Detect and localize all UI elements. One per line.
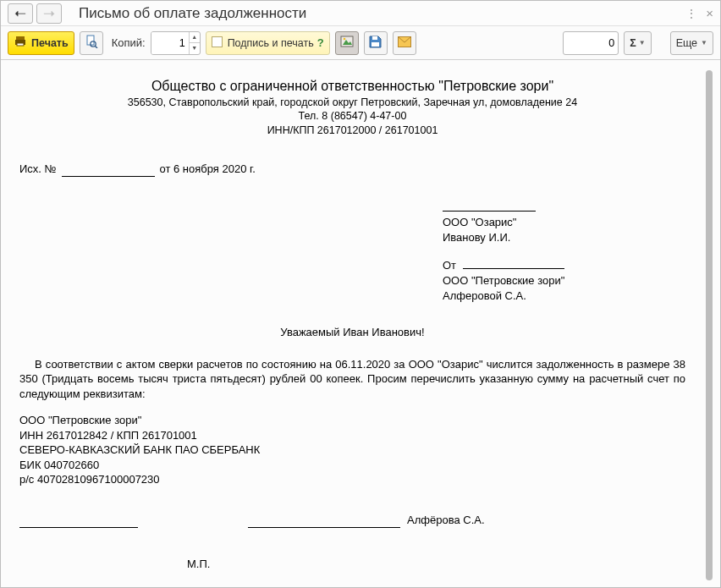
window-actions: ⋮ × — [685, 6, 713, 20]
from-person: Алферовой С.А. — [443, 289, 685, 304]
print-button-label: Печать — [31, 37, 69, 49]
to-org: ООО "Озарис" — [443, 215, 685, 230]
preview-button[interactable] — [80, 31, 103, 55]
recipient-block: ООО "Озарис" Иванову И.И. От ООО "Петров… — [443, 199, 685, 303]
outgoing-date: от 6 ноября 2020 г. — [160, 162, 256, 177]
greeting: Уважаемый Иван Иванович! — [19, 325, 685, 340]
copies-spinbox[interactable]: ▲ ▼ — [151, 31, 201, 55]
spin-up-icon[interactable]: ▲ — [190, 32, 200, 44]
more-button[interactable]: Еще ▼ — [670, 31, 713, 55]
sigma-icon: Σ — [630, 37, 636, 49]
spacer — [443, 245, 685, 256]
sign-and-print-button[interactable]: Подпись и печать ? — [206, 31, 330, 55]
outgoing-line: Исх. № от 6 ноября 2020 г. — [19, 162, 685, 177]
magnifier-page-icon — [85, 35, 98, 51]
org-address: 356530, Ставропольский край, городской о… — [19, 96, 685, 110]
options-icon[interactable]: ⋮ — [685, 7, 697, 20]
more-button-label: Еще — [676, 37, 697, 49]
arrow-left-icon: 🠐 — [14, 7, 26, 20]
nav-forward-button[interactable]: 🠒 — [36, 3, 62, 24]
sign-and-print-label: Подпись и печать — [228, 37, 314, 49]
org-phone: Тел. 8 (86547) 4-47-00 — [19, 109, 685, 124]
app-window: 🠐 🠒 Письмо об оплате задолженности ⋮ × П… — [0, 0, 721, 588]
spin-down-icon[interactable]: ▼ — [190, 43, 200, 54]
help-icon: ? — [317, 36, 324, 49]
close-icon[interactable]: × — [706, 6, 713, 20]
signature-row: Алфёрова С.А. — [19, 513, 685, 528]
req-bik: БИК 040702660 — [19, 458, 685, 473]
copies-input[interactable] — [151, 32, 189, 54]
printer-icon — [14, 35, 27, 51]
signature-line-1 — [19, 515, 138, 528]
from-label: От — [443, 259, 456, 272]
window-title: Письмо об оплате задолженности — [79, 5, 685, 22]
seal-mark: М.П. — [187, 557, 685, 572]
chevron-down-icon: ▼ — [639, 39, 646, 47]
document-area: Общество с ограниченной ответственностью… — [1, 60, 720, 587]
svg-point-9 — [343, 38, 345, 41]
to-person: Иванову И.И. — [443, 230, 685, 245]
org-title: Общество с ограниченной ответственностью… — [19, 77, 685, 96]
from-line: От — [443, 256, 685, 273]
signature-line-2 — [248, 515, 400, 528]
toolbar: Печать Копий: ▲ ▼ Подпись и печать ? — [1, 26, 720, 60]
svg-line-5 — [95, 46, 97, 48]
envelope-icon — [398, 36, 411, 50]
from-org: ООО "Петровские зори" — [443, 273, 685, 289]
req-acc: р/с 40702810967100007230 — [19, 472, 685, 487]
picture-icon — [340, 35, 354, 51]
send-email-button[interactable] — [393, 31, 416, 55]
outgoing-prefix: Исх. № — [19, 162, 57, 177]
to-underline — [443, 199, 536, 212]
copies-label: Копий: — [112, 36, 146, 49]
svg-rect-0 — [16, 36, 25, 40]
svg-rect-11 — [372, 42, 379, 47]
save-button[interactable] — [364, 31, 388, 55]
outgoing-number-line — [62, 164, 155, 177]
arrow-right-icon: 🠒 — [43, 7, 55, 20]
title-bar: 🠐 🠒 Письмо об оплате задолженности ⋮ × — [1, 1, 720, 26]
checkbox-icon — [212, 36, 223, 50]
req-org: ООО "Петровские зори" — [19, 413, 685, 428]
svg-rect-2 — [17, 43, 24, 46]
svg-rect-6 — [212, 36, 222, 47]
nav-buttons: 🠐 🠒 — [8, 3, 62, 24]
print-button[interactable]: Печать — [8, 31, 74, 55]
org-innkpp: ИНН/КПП 2617012000 / 261701001 — [19, 124, 685, 138]
floppy-disk-icon — [369, 36, 382, 51]
body-text: В соответствии с актом сверки расчетов п… — [19, 357, 685, 402]
nav-back-button[interactable]: 🠐 — [8, 3, 33, 24]
vertical-scrollbar[interactable] — [704, 69, 713, 582]
sum-button[interactable]: Σ ▼ — [624, 31, 651, 55]
req-bank: СЕВЕРО-КАВКАЗСКИЙ БАНК ПАО СБЕРБАНК — [19, 442, 685, 458]
signer-name: Алфёрова С.А. — [407, 513, 485, 528]
requisites: ООО "Петровские зори" ИНН 2617012842 / К… — [19, 413, 685, 487]
svg-rect-10 — [372, 36, 377, 40]
insert-image-button[interactable] — [335, 31, 359, 55]
number-input[interactable] — [563, 31, 619, 55]
req-inn: ИНН 2617012842 / КПП 261701001 — [19, 428, 685, 443]
chevron-down-icon: ▼ — [701, 39, 707, 47]
from-underline — [463, 256, 564, 269]
scroll-thumb[interactable] — [706, 70, 713, 580]
spin-arrows: ▲ ▼ — [189, 32, 200, 54]
document: Общество с ограниченной ответственностью… — [11, 69, 704, 582]
